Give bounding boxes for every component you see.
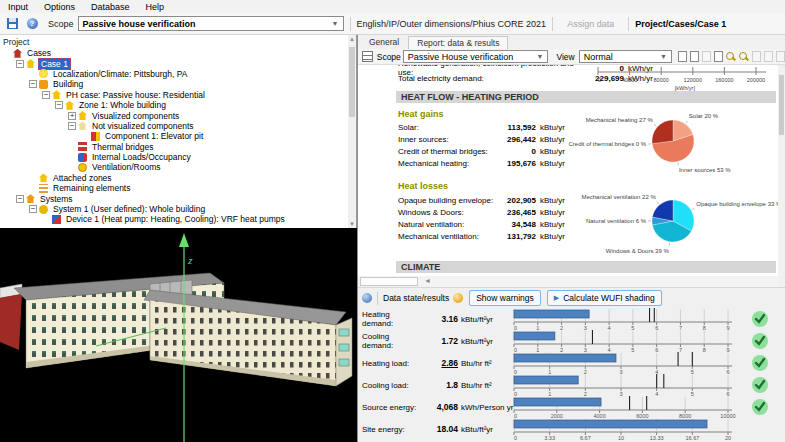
- expand-icon[interactable]: +: [68, 112, 76, 120]
- cases-icon: [13, 49, 22, 58]
- tree-item[interactable]: −Zone 1: Whole building: [0, 100, 356, 110]
- menu-help[interactable]: Help: [138, 2, 173, 12]
- tab-report-data-results[interactable]: Report: data & results: [408, 36, 508, 49]
- remaining-elements-icon: [39, 184, 48, 193]
- collapse-icon[interactable]: −: [42, 91, 50, 99]
- tree-item[interactable]: −Not visualized components: [0, 121, 356, 131]
- verification-unit: kBtu/ft²yr: [461, 425, 506, 434]
- view-dropdown-value: Normal: [584, 52, 613, 62]
- z-axis-label: z: [187, 256, 193, 266]
- calculate-wufi-shading-button[interactable]: ▶ Calculate WUFI shading: [547, 290, 662, 306]
- save-icon: [7, 18, 18, 29]
- chevron-down-icon: ▼: [326, 20, 339, 27]
- tree-item[interactable]: Localization/Climate: Pittsburgh, PA: [0, 69, 356, 79]
- show-warnings-button[interactable]: Show warnings: [469, 290, 541, 306]
- collapse-icon[interactable]: −: [55, 101, 63, 109]
- tree-item[interactable]: Internal Loads/Occupancy: [0, 152, 356, 162]
- report-scope-dropdown[interactable]: Passive House verification ▼: [403, 50, 549, 63]
- menu-database[interactable]: Database: [83, 2, 138, 12]
- tree-item[interactable]: Remaining elements: [0, 183, 356, 193]
- tree-item[interactable]: Ventilation/Rooms: [0, 162, 356, 172]
- scroll-down-icon[interactable]: ▼: [348, 221, 356, 227]
- pass-check-icon: [752, 399, 768, 415]
- thermal-bridges-icon: [78, 142, 87, 151]
- tree-item[interactable]: −System 1 (User defined): Whole building: [0, 204, 356, 214]
- view-label: View: [556, 52, 574, 62]
- pie-slice-label: Credit of thermal bridges 0 %: [569, 141, 647, 147]
- svg-text:3.33: 3.33: [544, 435, 555, 440]
- tree-item-label: System 1 (User defined): Whole building: [51, 204, 207, 214]
- tree-item[interactable]: Component 1: Elevator pit: [0, 131, 356, 141]
- tree-item[interactable]: +Visualized components: [0, 110, 356, 120]
- menu-input[interactable]: Input: [0, 2, 36, 12]
- collapse-icon[interactable]: −: [29, 205, 37, 213]
- tree-item-label: Not visualized components: [90, 121, 196, 131]
- report-scope-label: Scope: [377, 52, 401, 62]
- verification-bar-chart: 0123456: [506, 352, 750, 374]
- data-state-icon[interactable]: [362, 293, 372, 303]
- collapse-icon[interactable]: −: [29, 80, 37, 88]
- tree-item[interactable]: Attached zones: [0, 173, 356, 183]
- tab-general[interactable]: General: [360, 35, 408, 49]
- heat-loss-row-value: 34,548: [498, 220, 536, 229]
- breadcrumb: Project/Cases/Case 1: [635, 19, 726, 29]
- section-climate: CLIMATE: [396, 261, 776, 273]
- save-button[interactable]: [4, 16, 20, 32]
- view-dropdown[interactable]: Normal ▼: [579, 50, 672, 63]
- 3d-viewport[interactable]: z: [0, 228, 357, 442]
- print-icon[interactable]: [752, 51, 761, 62]
- heat-losses-heading: Heat losses: [398, 181, 448, 191]
- refresh-report-icon[interactable]: [776, 51, 785, 62]
- page-setup-icon[interactable]: [764, 51, 773, 62]
- tree-item[interactable]: −Systems: [0, 193, 356, 203]
- heat-loss-row-value: 202,905: [498, 196, 536, 205]
- tree-item[interactable]: −Building: [0, 79, 356, 89]
- chevron-down-icon: ▼: [654, 53, 667, 60]
- pass-check-icon: [752, 355, 768, 371]
- tree-scrollbar[interactable]: ▲ ▼: [348, 35, 356, 228]
- collapse-icon[interactable]: −: [16, 195, 24, 203]
- verification-bar-chart: 0200040006000800010000: [506, 396, 750, 418]
- verification-row: Source energy:4,068kWh/Person yr02000400…: [358, 396, 785, 418]
- warning-status-icon: [453, 293, 463, 303]
- assign-data-button[interactable]: Assign data: [567, 19, 614, 29]
- heat-gain-row-label: Inner sources:: [398, 135, 498, 144]
- scroll-up-icon[interactable]: ▲: [348, 36, 356, 42]
- copy-report-icon[interactable]: [690, 51, 699, 62]
- component-icon: [91, 132, 100, 141]
- tree-item-label: Device 1 (Heat pump: Heating, Cooling): …: [64, 214, 287, 224]
- report-hscrollbar[interactable]: ◄: [358, 276, 779, 287]
- export-report-icon[interactable]: [678, 51, 687, 62]
- svg-text:120000: 120000: [684, 77, 702, 83]
- tree-item-label: Systems: [38, 194, 75, 204]
- heat-gain-row-label: Solar:: [398, 123, 498, 132]
- scope-dropdown-value: Passive house verification: [83, 19, 196, 29]
- scroll-left-icon[interactable]: ◄: [424, 277, 431, 284]
- verification-label: Heating demand:: [358, 310, 420, 328]
- verification-bar-chart: 0123456: [506, 374, 750, 396]
- units-profile-label: English/IP/Outer dimensions/Phius CORE 2…: [357, 19, 547, 29]
- menu-options[interactable]: Options: [36, 2, 83, 12]
- next-page-icon[interactable]: [714, 51, 723, 62]
- collapse-icon[interactable]: −: [16, 60, 24, 68]
- tree-item-label: Attached zones: [51, 173, 114, 183]
- verification-unit: Btu/hr ft²: [461, 381, 506, 390]
- tree-item[interactable]: −PH case: Passive house: Residential: [0, 90, 356, 100]
- tree-item[interactable]: Thermal bridges: [0, 142, 356, 152]
- tree-item[interactable]: Device 1 (Heat pump: Heating, Cooling): …: [0, 214, 356, 224]
- report-scrollbar[interactable]: [778, 65, 785, 276]
- chevron-down-icon: ▼: [530, 53, 543, 60]
- zoom-in-icon[interactable]: [726, 52, 736, 62]
- verification-row: Heating demand:3.16kBtu/ft²yr0123456789: [358, 308, 785, 330]
- heat-loss-row-label: Mechanical ventilation:: [398, 232, 498, 241]
- svg-text:10: 10: [618, 435, 624, 440]
- help-button[interactable]: ?: [24, 16, 40, 32]
- pie-slice-label: Opaque building envelope 33 %: [696, 201, 779, 207]
- verification-value: 18.04: [420, 424, 458, 434]
- collapse-icon[interactable]: −: [68, 122, 76, 130]
- tree-item-label: Component 1: Elevator pit: [103, 131, 205, 141]
- prev-page-icon[interactable]: [702, 51, 711, 62]
- tree-item[interactable]: −Case 1: [0, 58, 356, 68]
- scope-dropdown[interactable]: Passive house verification ▼: [78, 16, 344, 31]
- zoom-out-icon[interactable]: [739, 52, 749, 62]
